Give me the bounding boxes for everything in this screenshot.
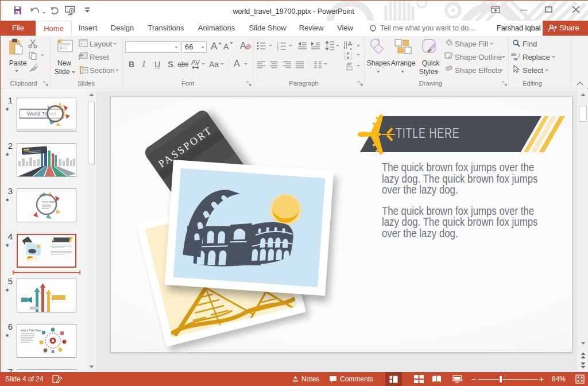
svg-text:3: 3 (277, 48, 278, 51)
svg-text:Add a Title Here: Add a Title Here (21, 329, 41, 332)
svg-text:TITLE HERE: TITLE HERE (42, 200, 55, 203)
svg-text:ac: ac (513, 56, 518, 60)
svg-text:A: A (348, 41, 352, 47)
